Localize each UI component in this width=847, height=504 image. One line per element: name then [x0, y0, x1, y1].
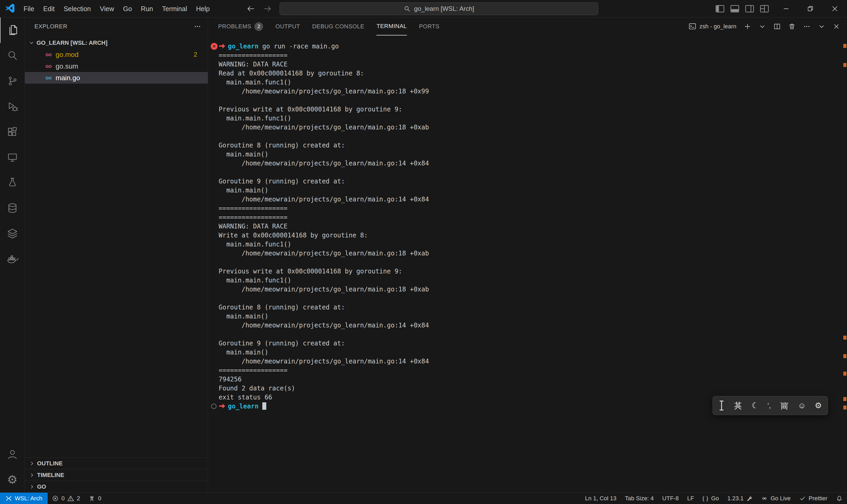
go-live[interactable]: Go Live [757, 492, 795, 504]
bottom-panel: PROBLEMS 2 OUTPUT DEBUG CONSOLE TERMINAL… [208, 17, 847, 492]
tab-problems[interactable]: PROBLEMS 2 [218, 17, 263, 35]
root-folder-label: GO_LEARN [WSL: ARCH] [37, 39, 107, 46]
terminal-line: /home/meowrain/projects/go_learn/main.go… [219, 321, 847, 330]
terminal-line [219, 330, 847, 339]
overview-ruler-mark [843, 63, 846, 67]
activity-bar: ⚙ [0, 17, 25, 492]
kill-terminal-icon[interactable] [788, 23, 796, 30]
toggle-secondary-sidebar-icon[interactable] [744, 3, 755, 14]
activity-layers[interactable] [0, 221, 25, 246]
activity-source-control[interactable] [0, 68, 25, 94]
eol-sequence[interactable]: LF [683, 492, 698, 504]
remote-explorer-icon [6, 151, 18, 163]
activity-explorer[interactable] [0, 17, 25, 43]
ime-emoji-icon[interactable]: ☺ [798, 401, 806, 410]
terminal-instance-tab[interactable]: zsh - go_learn [688, 22, 736, 31]
minimize-button[interactable] [774, 0, 798, 17]
terminal-line: WARNING: DATA RACE [219, 222, 847, 231]
toggle-panel-icon[interactable] [729, 3, 740, 14]
terminal-text: go run -race main.go [258, 42, 339, 50]
menu-item-help[interactable]: Help [192, 0, 214, 17]
terminal-line [219, 168, 847, 177]
section-label: OUTLINE [37, 460, 63, 467]
tab-label: PORTS [419, 23, 439, 30]
problems-status[interactable]: 0 2 [48, 492, 85, 504]
panel-tabbar: PROBLEMS 2 OUTPUT DEBUG CONSOLE TERMINAL… [208, 17, 847, 35]
section-outline[interactable]: OUTLINE [25, 457, 208, 469]
panel-more-actions-icon[interactable] [803, 23, 810, 30]
ime-simplified-chinese-icon[interactable] [779, 401, 789, 410]
activity-run-debug[interactable] [0, 94, 25, 119]
terminal-output[interactable]: ×go_learn go run -race main.go==========… [208, 35, 847, 492]
activity-docker[interactable] [0, 246, 25, 272]
language-mode[interactable]: { } Go [698, 492, 723, 504]
ime-punctuation-icon[interactable]: ’, [767, 402, 771, 409]
customize-layout-icon[interactable] [759, 3, 770, 14]
close-button[interactable] [823, 0, 847, 17]
file-name: go.sum [56, 62, 78, 70]
prettier-status[interactable]: Prettier [795, 492, 832, 504]
file-row-main-go[interactable]: GO main.go [25, 72, 208, 84]
indentation[interactable]: Tab Size: 4 [621, 492, 658, 504]
file-row-go-mod[interactable]: GO go.mod 2 [25, 49, 208, 60]
workspace-root-folder[interactable]: GO_LEARN [WSL: ARCH] [25, 37, 208, 49]
go-version[interactable]: 1.23.1 [723, 492, 757, 504]
restore-button[interactable] [798, 0, 823, 17]
command-pending-icon [211, 404, 217, 409]
terminal-line: Previous write at 0x00c000014168 by goro… [219, 267, 847, 276]
menu-item-edit[interactable]: Edit [39, 0, 59, 17]
section-timeline[interactable]: TIMELINE [25, 469, 208, 481]
activity-settings[interactable]: ⚙ [0, 467, 25, 492]
close-panel-icon[interactable] [833, 23, 840, 30]
menu-item-selection[interactable]: Selection [59, 0, 95, 17]
ime-settings-icon[interactable]: ⚙ [815, 401, 822, 410]
menu-item-run[interactable]: Run [136, 0, 158, 17]
terminal-line: main.main() [219, 348, 847, 357]
nav-back-icon[interactable] [246, 4, 255, 13]
tab-output[interactable]: OUTPUT [275, 17, 300, 35]
activity-accounts[interactable] [0, 442, 25, 467]
tab-label: PROBLEMS [218, 23, 251, 30]
nav-forward-icon[interactable] [263, 4, 272, 13]
ime-fullwidth-toggle-icon[interactable]: ☾ [752, 401, 759, 410]
menu-item-go[interactable]: Go [119, 0, 136, 17]
history-nav [246, 0, 272, 17]
extensions-icon [6, 126, 18, 138]
activity-search[interactable] [0, 43, 25, 68]
cursor-position[interactable]: Ln 1, Col 13 [581, 492, 621, 504]
error-count: 0 [61, 495, 65, 502]
more-actions-icon[interactable] [194, 23, 201, 30]
encoding[interactable]: UTF-8 [658, 492, 683, 504]
overview-ruler-mark [843, 354, 846, 358]
notifications[interactable] [832, 492, 847, 504]
tab-debug-console[interactable]: DEBUG CONSOLE [312, 17, 364, 35]
tab-terminal[interactable]: TERMINAL [376, 17, 407, 35]
menu-item-terminal[interactable]: Terminal [158, 0, 191, 17]
terminal-line: ================== [219, 366, 847, 375]
terminal-instance-label: zsh - go_learn [700, 23, 736, 30]
menu-item-file[interactable]: File [19, 0, 39, 17]
command-center-search[interactable]: go_learn [WSL: Arch] [280, 2, 598, 15]
activity-database[interactable] [0, 195, 25, 221]
new-terminal-icon[interactable] [744, 23, 751, 30]
activity-remote-explorer[interactable] [0, 145, 25, 170]
terminal-line: main.main() [219, 150, 847, 159]
terminal-line: ================== [219, 51, 847, 60]
activity-testing[interactable] [0, 170, 25, 195]
hide-panel-icon[interactable] [818, 23, 825, 30]
activity-extensions[interactable] [0, 119, 25, 145]
menu-item-view[interactable]: View [95, 0, 119, 17]
toggle-sidebar-icon[interactable] [715, 3, 725, 14]
tab-ports[interactable]: PORTS [419, 17, 439, 35]
ports-count: 0 [98, 495, 101, 502]
ports-status[interactable]: 0 [84, 492, 105, 504]
remote-indicator[interactable]: WSL: Arch [0, 492, 48, 504]
file-row-go-sum[interactable]: GO go.sum [25, 60, 208, 72]
ime-english-mode-icon[interactable] [733, 401, 743, 410]
account-icon [6, 448, 18, 460]
files-icon [7, 24, 19, 36]
split-terminal-icon[interactable] [773, 23, 781, 30]
section-go[interactable]: GO [25, 481, 208, 492]
terminal-profile-dropdown-icon[interactable] [759, 23, 766, 30]
window-controls [774, 0, 847, 17]
